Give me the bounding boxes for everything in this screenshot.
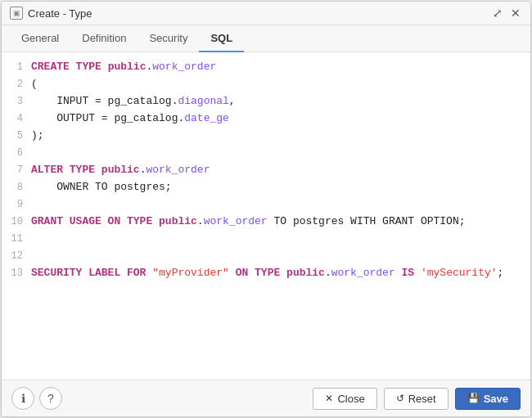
line-content (31, 196, 530, 213)
code-line: 1CREATE TYPE public.work_order (2, 59, 530, 76)
info-icon: ℹ (21, 392, 25, 405)
help-button[interactable]: ? (39, 387, 62, 410)
create-type-dialog: ▣ Create - Type ⤢ ✕ General Definition S… (1, 1, 531, 417)
line-content (31, 248, 530, 265)
code-line: 2( (2, 76, 530, 93)
expand-button[interactable]: ⤢ (491, 7, 504, 19)
reset-label: Reset (408, 393, 436, 405)
line-content: ); (31, 128, 530, 145)
code-line: 10GRANT USAGE ON TYPE public.work_order … (2, 213, 530, 231)
tab-sql[interactable]: SQL (199, 25, 244, 52)
code-line: 5); (2, 128, 530, 145)
line-number: 1 (2, 59, 31, 76)
tab-definition[interactable]: Definition (70, 25, 138, 52)
line-number: 8 (2, 179, 31, 196)
save-label: Save (484, 393, 508, 405)
help-icon: ? (47, 392, 54, 405)
line-number: 2 (2, 76, 31, 93)
line-content: CREATE TYPE public.work_order (31, 59, 530, 76)
line-number: 3 (2, 93, 31, 110)
title-actions: ⤢ ✕ (491, 7, 522, 19)
line-content: GRANT USAGE ON TYPE public.work_order TO… (31, 213, 530, 231)
line-number: 13 (2, 265, 31, 282)
footer: ℹ ? ✕ Close ↺ Reset 💾 Save (2, 380, 530, 416)
line-content (31, 145, 530, 162)
tab-security[interactable]: Security (138, 25, 199, 52)
reset-button[interactable]: ↺ Reset (384, 388, 449, 410)
line-content: OWNER TO postgres; (31, 179, 530, 196)
code-line: 4 OUTPUT = pg_catalog.date_ge (2, 110, 530, 128)
close-dialog-button[interactable]: ✕ Close (313, 388, 376, 410)
line-content: ALTER TYPE public.work_order (31, 162, 530, 179)
code-line: 6 (2, 145, 530, 162)
code-line: 13SECURITY LABEL FOR "myProvider" ON TYP… (2, 265, 530, 282)
line-number: 4 (2, 110, 31, 128)
dialog-title: Create - Type (28, 7, 486, 20)
code-line: 7ALTER TYPE public.work_order (2, 162, 530, 179)
line-number: 9 (2, 196, 31, 213)
reset-icon: ↺ (396, 393, 404, 404)
footer-right: ✕ Close ↺ Reset 💾 Save (313, 388, 521, 410)
close-button[interactable]: ✕ (509, 7, 522, 19)
code-line: 8 OWNER TO postgres; (2, 179, 530, 196)
tab-general[interactable]: General (10, 25, 70, 52)
dialog-icon: ▣ (10, 7, 23, 20)
code-line: 3 INPUT = pg_catalog.diagonal, (2, 93, 530, 110)
close-label: Close (337, 393, 364, 405)
code-line: 12 (2, 248, 530, 265)
close-icon: ✕ (325, 393, 333, 404)
line-content: OUTPUT = pg_catalog.date_ge (31, 110, 530, 128)
tab-bar: General Definition Security SQL (2, 25, 530, 52)
line-number: 5 (2, 128, 31, 145)
line-content: INPUT = pg_catalog.diagonal, (31, 93, 530, 110)
line-content (31, 231, 530, 248)
save-button[interactable]: 💾 Save (455, 388, 521, 410)
title-bar: ▣ Create - Type ⤢ ✕ (2, 2, 530, 25)
line-number: 6 (2, 145, 31, 162)
line-number: 11 (2, 231, 31, 248)
info-button[interactable]: ℹ (11, 387, 34, 410)
line-number: 10 (2, 213, 31, 231)
footer-left: ℹ ? (11, 387, 308, 410)
line-number: 7 (2, 162, 31, 179)
code-line: 11 (2, 231, 530, 248)
line-number: 12 (2, 248, 31, 265)
sql-code-area: 1CREATE TYPE public.work_order2(3 INPUT … (2, 52, 530, 380)
line-content: SECURITY LABEL FOR "myProvider" ON TYPE … (31, 265, 530, 282)
save-icon: 💾 (467, 393, 480, 404)
code-line: 9 (2, 196, 530, 213)
line-content: ( (31, 76, 530, 93)
